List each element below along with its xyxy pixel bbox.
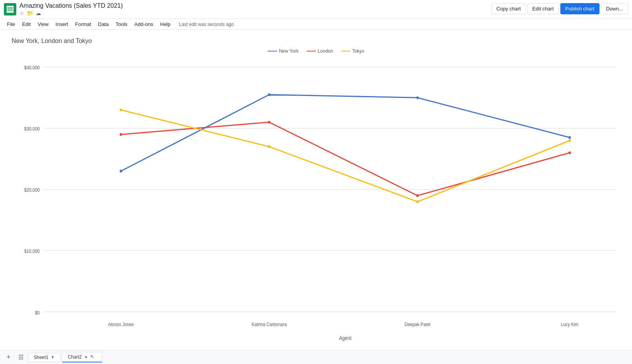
cloud-icon[interactable]: ☁ bbox=[36, 10, 41, 16]
svg-point-30 bbox=[416, 200, 418, 203]
action-buttons: Copy chart Edit chart Publish chart Down… bbox=[491, 3, 628, 14]
app-icon bbox=[4, 3, 16, 15]
svg-text:Agent: Agent bbox=[339, 335, 351, 341]
tab-chart2[interactable]: Chart2 ▼ ↖ bbox=[62, 352, 102, 359]
doc-title-area: Amazing Vacations (Sales YTD 2021) ☆ 📁 ☁ bbox=[19, 2, 123, 16]
menu-help[interactable]: Help bbox=[157, 20, 174, 29]
chart-container: $40,000 $30,000 $20,000 $10,000 $0 Alonz… bbox=[12, 58, 620, 359]
svg-text:Deepak Patel: Deepak Patel bbox=[405, 321, 430, 327]
sheet1-dropdown-icon[interactable]: ▼ bbox=[51, 355, 55, 359]
legend-new-york: New York bbox=[268, 48, 299, 54]
svg-text:Katrina Carbonara: Katrina Carbonara bbox=[251, 321, 287, 327]
doc-icons: ☆ 📁 ☁ bbox=[19, 10, 123, 16]
svg-point-26 bbox=[416, 194, 418, 197]
legend-tokyo: Tokyo bbox=[341, 48, 364, 54]
svg-point-25 bbox=[268, 121, 270, 124]
chart2-dropdown-icon[interactable]: ▼ bbox=[84, 355, 88, 359]
menu-addons[interactable]: Add-ons bbox=[131, 20, 156, 29]
menu-edit[interactable]: Edit bbox=[19, 20, 34, 29]
svg-text:$20,000: $20,000 bbox=[24, 187, 40, 193]
add-sheet-button[interactable]: + bbox=[3, 352, 14, 359]
svg-text:$0: $0 bbox=[35, 310, 40, 316]
line-chart-svg: $40,000 $30,000 $20,000 $10,000 $0 Alonz… bbox=[12, 58, 620, 359]
svg-point-23 bbox=[568, 136, 571, 139]
download-button[interactable]: Down... bbox=[601, 3, 628, 14]
sheet-menu-button[interactable]: ☰ bbox=[15, 352, 26, 359]
folder-icon[interactable]: 📁 bbox=[27, 10, 33, 16]
star-icon[interactable]: ☆ bbox=[19, 10, 24, 16]
menu-tools[interactable]: Tools bbox=[112, 20, 130, 29]
doc-title[interactable]: Amazing Vacations (Sales YTD 2021) bbox=[19, 2, 123, 9]
menu-insert[interactable]: Insert bbox=[52, 20, 71, 29]
svg-point-27 bbox=[568, 151, 571, 154]
svg-point-24 bbox=[120, 133, 122, 136]
chart-area: New York, London and Tokyo New York Lond… bbox=[0, 30, 632, 359]
svg-point-28 bbox=[120, 108, 122, 111]
svg-rect-3 bbox=[7, 9, 13, 10]
tab-bar: + ☰ Sheet1 ▼ Chart2 ▼ ↖ bbox=[0, 350, 632, 359]
svg-point-29 bbox=[268, 145, 270, 148]
svg-point-21 bbox=[268, 93, 270, 96]
svg-text:Lucy Kim: Lucy Kim bbox=[561, 321, 579, 327]
menu-data[interactable]: Data bbox=[95, 20, 112, 29]
publish-chart-button[interactable]: Publish chart bbox=[560, 3, 599, 14]
svg-point-31 bbox=[568, 139, 571, 142]
legend-london: London bbox=[307, 48, 333, 54]
svg-rect-2 bbox=[7, 7, 13, 8]
menu-bar: File Edit View Insert Format Data Tools … bbox=[0, 19, 632, 30]
menu-view[interactable]: View bbox=[34, 20, 52, 29]
menu-file[interactable]: File bbox=[4, 20, 18, 29]
menu-format[interactable]: Format bbox=[72, 20, 94, 29]
svg-point-20 bbox=[120, 170, 122, 172]
svg-rect-4 bbox=[7, 10, 13, 11]
svg-point-22 bbox=[416, 96, 418, 99]
chart-legend: New York London Tokyo bbox=[12, 48, 620, 54]
svg-text:$40,000: $40,000 bbox=[24, 65, 40, 70]
tab-sheet1[interactable]: Sheet1 ▼ bbox=[28, 353, 60, 359]
last-edit-status: Last edit was seconds ago bbox=[179, 22, 234, 27]
svg-text:$10,000: $10,000 bbox=[24, 249, 40, 254]
svg-text:$30,000: $30,000 bbox=[24, 126, 40, 132]
svg-text:Alonzo Jones: Alonzo Jones bbox=[108, 321, 134, 327]
chart-title: New York, London and Tokyo bbox=[12, 38, 620, 45]
edit-chart-button[interactable]: Edit chart bbox=[527, 3, 559, 14]
copy-chart-button[interactable]: Copy chart bbox=[491, 3, 526, 14]
cursor-icon: ↖ bbox=[90, 354, 96, 359]
